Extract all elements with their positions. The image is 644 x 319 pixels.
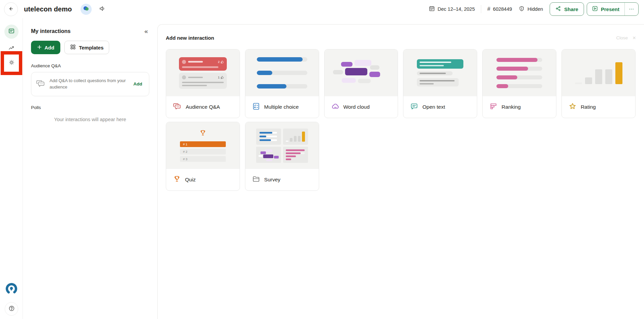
quiz-rank-2: # 2 [180, 149, 226, 154]
interaction-card-grid: 2 1 [166, 49, 636, 191]
content-area: My interactions « Add Templates Audience… [0, 18, 644, 319]
annotation-highlight [1, 51, 22, 75]
share-label: Share [564, 6, 578, 12]
card-label: Audience Q&A [186, 104, 220, 110]
survey-mini-choice [256, 129, 281, 145]
card-label: Rating [581, 104, 596, 110]
qa-add-link[interactable]: Add [131, 81, 144, 86]
share-icon [555, 6, 561, 12]
empty-state-text: Your interactions will appear here [31, 117, 149, 122]
help-button[interactable] [5, 302, 18, 316]
main-panel: Add new interaction Close × 2 [157, 24, 644, 319]
present-more-button[interactable]: ⋯ [624, 3, 638, 15]
open-text-icon [410, 102, 418, 112]
gear-icon [8, 59, 15, 67]
qa-section-label: Audience Q&A [31, 63, 149, 68]
rating-star-icon [569, 102, 577, 112]
card-open-text[interactable]: Open text [403, 49, 477, 118]
qa-setup-card: Add Q&A to collect questions from your a… [31, 72, 149, 96]
ellipsis-icon: ⋯ [629, 6, 634, 12]
main-header: Add new interaction Close × [166, 35, 636, 41]
event-dates[interactable]: Dec 12–14, 2025 [429, 5, 475, 13]
quiz-rank-1: # 1 [180, 141, 226, 147]
card-label: Multiple choice [264, 104, 299, 110]
event-dates-text: Dec 12–14, 2025 [438, 6, 475, 12]
card-ranking[interactable]: Ranking [482, 49, 556, 118]
rail-item-settings[interactable] [8, 59, 15, 67]
survey-mini-rating [283, 129, 308, 145]
qa-bubbles-icon [36, 79, 45, 89]
card-audience-qa-thumb: 2 1 [166, 49, 240, 96]
page-title: utelecon demo [24, 5, 72, 13]
upvote-count: 1 [218, 75, 220, 79]
thumbs-up-icon [221, 76, 224, 79]
app-logo[interactable] [5, 282, 18, 295]
share-button[interactable]: Share [550, 2, 584, 16]
panel-header: My interactions « [31, 27, 149, 35]
polls-section-label: Polls [31, 105, 149, 110]
card-label: Quiz [185, 177, 196, 183]
top-bar: utelecon demo Dec 12–14, 2025 # 6028449 … [0, 0, 644, 18]
interactions-icon [8, 28, 15, 36]
close-icon: × [633, 35, 636, 41]
multiple-choice-icon [252, 102, 260, 112]
interactions-panel: My interactions « Add Templates Audience… [23, 18, 157, 319]
add-button[interactable]: Add [31, 41, 60, 54]
add-label: Add [44, 45, 54, 50]
back-button[interactable] [4, 2, 18, 16]
templates-button[interactable]: Templates [64, 41, 109, 54]
grid-icon [70, 44, 76, 51]
card-ranking-thumb [483, 49, 556, 96]
card-multiple-choice[interactable]: Multiple choice [245, 49, 319, 118]
card-word-cloud-thumb [325, 49, 398, 96]
card-quiz-thumb: # 1 # 2 # 3 [166, 122, 240, 169]
rail-item-interactions[interactable] [4, 25, 19, 39]
quiz-trophy-icon [173, 175, 181, 184]
trophy-icon-small [199, 129, 207, 138]
present-play-icon [592, 6, 598, 12]
card-word-cloud[interactable]: Word cloud [324, 49, 398, 118]
session-code[interactable]: # 6028449 [487, 6, 512, 12]
close-label: Close [616, 35, 628, 40]
divider [481, 5, 481, 13]
nav-rail [0, 18, 23, 319]
audience-qa-icon [173, 102, 182, 112]
main-title: Add new interaction [166, 35, 214, 41]
card-rating[interactable]: Rating [561, 49, 636, 118]
present-button[interactable]: Present [587, 3, 624, 15]
word-cloud-icon [331, 102, 339, 112]
qa-hint-text: Add Q&A to collect questions from your a… [50, 78, 127, 91]
question-icon [8, 305, 15, 313]
card-survey[interactable]: Survey [245, 122, 319, 191]
card-audience-qa[interactable]: 2 1 [166, 49, 240, 118]
calendar-icon [429, 5, 435, 13]
card-label: Ranking [501, 104, 521, 110]
back-arrow-icon [8, 5, 14, 13]
card-open-text-thumb [403, 49, 477, 96]
templates-label: Templates [79, 45, 103, 50]
announcement-button[interactable] [99, 5, 105, 13]
close-button[interactable]: Close × [616, 35, 636, 41]
visibility-text: Hidden [527, 6, 543, 12]
visibility-status[interactable]: Hidden [519, 6, 543, 13]
present-label: Present [601, 6, 619, 12]
megaphone-icon [99, 5, 105, 13]
card-survey-thumb [245, 122, 319, 169]
collapse-panel-button[interactable]: « [143, 27, 149, 35]
plus-icon [37, 45, 42, 50]
hash-icon: # [487, 6, 490, 12]
thumbs-up-icon [221, 60, 224, 64]
card-rating-thumb [562, 49, 635, 96]
card-multiple-choice-thumb [245, 49, 319, 96]
card-label: Survey [264, 177, 280, 183]
card-label: Word cloud [343, 104, 370, 110]
topbar-right: Dec 12–14, 2025 # 6028449 Hidden Share P… [429, 2, 639, 16]
card-label: Open text [422, 104, 445, 110]
session-code-text: 6028449 [493, 6, 512, 12]
shield-icon [519, 6, 525, 13]
upvote-count: 2 [218, 60, 220, 64]
panel-actions: Add Templates [31, 41, 149, 54]
team-badge[interactable] [81, 4, 92, 15]
card-quiz[interactable]: # 1 # 2 # 3 Quiz [166, 122, 240, 191]
survey-mini-ranking [283, 147, 308, 163]
